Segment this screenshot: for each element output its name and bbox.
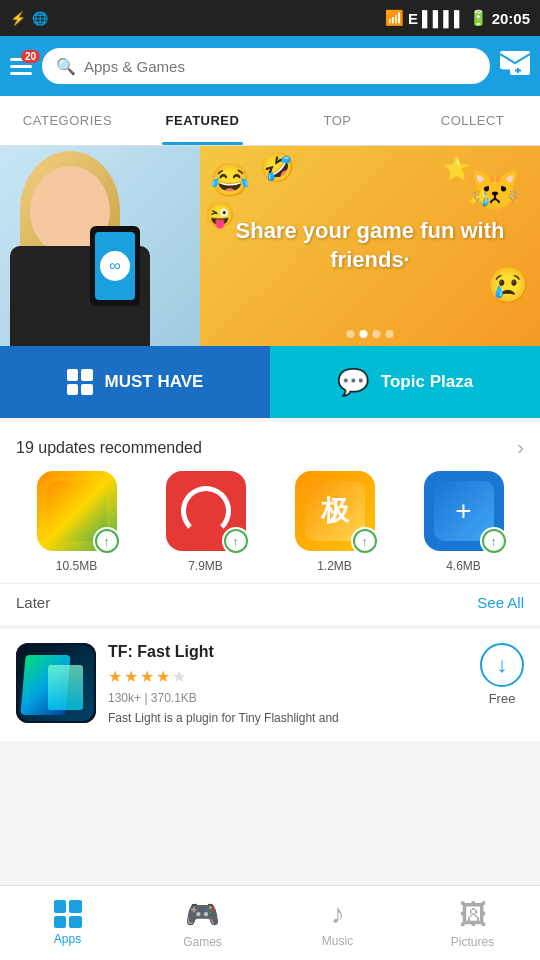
star-5-empty: ★ — [172, 667, 186, 686]
games-icon: 🎮 — [185, 898, 220, 931]
featured-banner[interactable]: ∞ 😂 🤣 😿 😜 😢 ⭐ ✨ Share your game fun with… — [0, 146, 540, 346]
see-all-button[interactable]: See All — [477, 594, 524, 611]
battery-icon: 🔋 — [469, 9, 488, 27]
nav-item-apps[interactable]: Apps — [0, 886, 135, 960]
updates-header: 19 updates recommended › — [16, 436, 524, 459]
later-see-all-row: Later See All — [0, 583, 540, 625]
featured-app-listing: TF: Fast Light ★ ★ ★ ★ ★ 130k+ | 370.1KB… — [0, 629, 540, 741]
apps-icon — [54, 900, 82, 928]
pictures-icon: 🖼 — [459, 898, 487, 931]
download-arrow-icon: ↓ — [497, 652, 508, 678]
file-size: 370.1KB — [151, 691, 197, 705]
app-stats: 130k+ | 370.1KB — [108, 691, 468, 705]
nav-item-games[interactable]: 🎮 Games — [135, 886, 270, 960]
app-size-2: 7.9MB — [188, 559, 223, 573]
app-listing-action: ↓ Free — [480, 643, 524, 706]
app-size-4: 4.6MB — [446, 559, 481, 573]
must-have-icon — [67, 369, 93, 395]
topic-icon: 💬 — [337, 367, 369, 398]
updates-arrow-icon[interactable]: › — [517, 436, 524, 459]
banner-dots — [347, 330, 394, 338]
app-listing-icon — [16, 643, 96, 723]
search-bar[interactable]: 🔍 — [42, 48, 490, 84]
app-description: Fast Light is a plugin for Tiny Flashlig… — [108, 710, 468, 727]
nav-label-apps: Apps — [54, 932, 81, 946]
app-icon-wrapper-3: 极 ↑ — [295, 471, 375, 551]
tab-categories[interactable]: CATEGORIES — [0, 96, 135, 145]
star-3: ★ — [140, 667, 154, 686]
star-1: ★ — [108, 667, 122, 686]
search-input[interactable] — [84, 58, 476, 75]
banner-dot-4[interactable] — [386, 330, 394, 338]
tab-featured[interactable]: FEATURED — [135, 96, 270, 145]
app-icon-wrapper-2: ↑ — [166, 471, 246, 551]
download-count: 130k+ — [108, 691, 141, 705]
banner-text: Share your game fun with friends· — [210, 217, 530, 274]
topic-plaza-button[interactable]: 💬 Topic Plaza — [270, 346, 540, 418]
header: 20 🔍 — [0, 36, 540, 96]
music-icon: ♪ — [331, 898, 345, 930]
tab-top[interactable]: TOP — [270, 96, 405, 145]
nav-label-music: Music — [322, 934, 353, 948]
app-icon-wrapper-1: ↑ — [37, 471, 117, 551]
wifi-icon: 📶 — [385, 9, 404, 27]
navigation-tabs: CATEGORIES FEATURED TOP COLLECT — [0, 96, 540, 146]
clock: 20:05 — [492, 10, 530, 27]
app-listing-info: TF: Fast Light ★ ★ ★ ★ ★ 130k+ | 370.1KB… — [108, 643, 468, 727]
later-label[interactable]: Later — [16, 594, 50, 611]
app-update-item-4[interactable]: + ↑ 4.6MB — [403, 471, 524, 573]
banner-image-left: ∞ — [0, 146, 200, 346]
download-badge-1[interactable]: ↑ — [93, 527, 121, 555]
status-bar: ⚡ 🌐 📶 E ▌▌▌▌ 🔋 20:05 — [0, 0, 540, 36]
download-badge-2[interactable]: ↑ — [222, 527, 250, 555]
action-buttons-row: MUST HAVE 💬 Topic Plaza — [0, 346, 540, 418]
banner-dot-3[interactable] — [373, 330, 381, 338]
status-left-icons: ⚡ 🌐 — [10, 11, 48, 26]
search-icon: 🔍 — [56, 57, 76, 76]
must-have-button[interactable]: MUST HAVE — [0, 346, 270, 418]
must-have-label: MUST HAVE — [105, 372, 204, 392]
banner-content-right: 😂 🤣 😿 😜 😢 ⭐ ✨ Share your game fun with f… — [200, 146, 540, 346]
star-4-half: ★ — [156, 667, 170, 686]
updates-count: 19 updates recommended — [16, 439, 202, 457]
app-icon-wrapper-4: + ↑ — [424, 471, 504, 551]
globe-icon: 🌐 — [32, 11, 48, 26]
app-size-3: 1.2MB — [317, 559, 352, 573]
tab-collect[interactable]: COLLECT — [405, 96, 540, 145]
app-updates-list: ↑ 10.5MB ↑ 7.9MB 极 — [16, 471, 524, 573]
star-2: ★ — [124, 667, 138, 686]
notification-badge: 20 — [21, 50, 40, 63]
bottom-navigation: Apps 🎮 Games ♪ Music 🖼 Pictures — [0, 885, 540, 960]
banner-dot-2[interactable] — [360, 330, 368, 338]
network-type: E — [408, 10, 418, 27]
banner-dot-1[interactable] — [347, 330, 355, 338]
app-update-item-1[interactable]: ↑ 10.5MB — [16, 471, 137, 573]
app-update-item-2[interactable]: ↑ 7.9MB — [145, 471, 266, 573]
signal-icon: ▌▌▌▌ — [422, 10, 465, 27]
nav-item-pictures[interactable]: 🖼 Pictures — [405, 886, 540, 960]
updates-section: 19 updates recommended › ↑ 10.5MB — [0, 422, 540, 583]
price-label: Free — [489, 691, 516, 706]
download-button[interactable]: ↓ — [480, 643, 524, 687]
nav-label-pictures: Pictures — [451, 935, 494, 949]
download-badge-3[interactable]: ↑ — [351, 527, 379, 555]
nav-item-music[interactable]: ♪ Music — [270, 886, 405, 960]
status-right-icons: 📶 E ▌▌▌▌ 🔋 20:05 — [385, 9, 530, 27]
app-update-item-3[interactable]: 极 ↑ 1.2MB — [274, 471, 395, 573]
app-listing-name: TF: Fast Light — [108, 643, 468, 661]
menu-button[interactable]: 20 — [10, 58, 32, 75]
inbox-button[interactable] — [500, 51, 530, 81]
topic-plaza-label: Topic Plaza — [381, 372, 473, 392]
nav-label-games: Games — [183, 935, 222, 949]
download-badge-4[interactable]: ↑ — [480, 527, 508, 555]
usb-icon: ⚡ — [10, 11, 26, 26]
app-size-1: 10.5MB — [56, 559, 97, 573]
app-rating-stars: ★ ★ ★ ★ ★ — [108, 667, 468, 686]
